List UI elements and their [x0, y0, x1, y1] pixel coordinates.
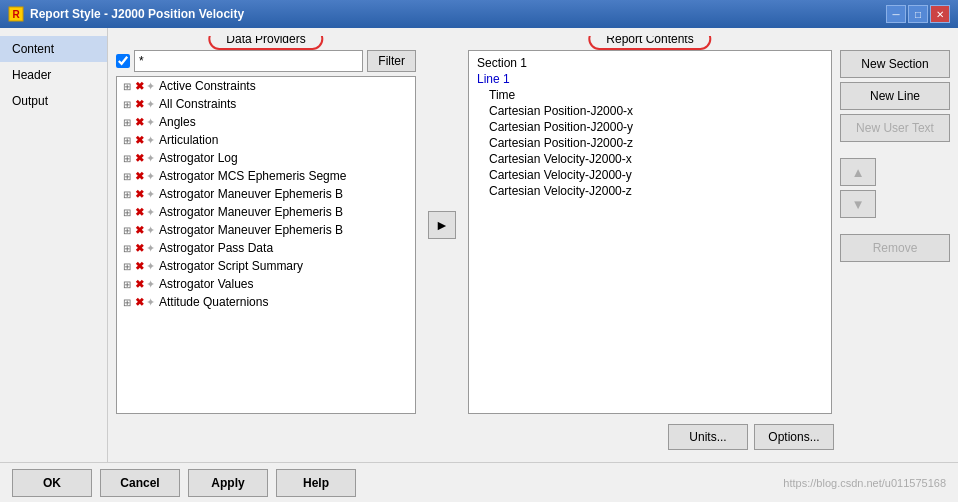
- tree-item-astrogator-maneuver-3[interactable]: ⊞ ✖ ✦ Astrogator Maneuver Ephemeris B: [117, 221, 415, 239]
- cross-icon: ✖: [135, 224, 144, 237]
- new-user-text-button[interactable]: New User Text: [840, 114, 950, 142]
- nav-header[interactable]: Header: [0, 62, 107, 88]
- tree-label: Astrogator Pass Data: [159, 241, 273, 255]
- apply-button[interactable]: Apply: [188, 469, 268, 497]
- star-icon: ✦: [146, 188, 155, 201]
- move-up-button[interactable]: ▲: [840, 158, 876, 186]
- star-icon: ✦: [146, 98, 155, 111]
- report-item-cart-pos-x[interactable]: Cartesian Position-J2000-x: [473, 103, 827, 119]
- expand-icon: ⊞: [121, 170, 133, 182]
- remove-button[interactable]: Remove: [840, 234, 950, 262]
- star-icon: ✦: [146, 80, 155, 93]
- tree-item-all-constraints[interactable]: ⊞ ✖ ✦ All Constraints: [117, 95, 415, 113]
- move-down-button[interactable]: ▼: [840, 190, 876, 218]
- tree-label: Astrogator Script Summary: [159, 259, 303, 273]
- star-icon: ✦: [146, 242, 155, 255]
- star-icon: ✦: [146, 152, 155, 165]
- report-item-cart-vel-y[interactable]: Cartesian Velocity-J2000-y: [473, 167, 827, 183]
- cross-icon: ✖: [135, 206, 144, 219]
- new-section-button[interactable]: New Section: [840, 50, 950, 78]
- star-icon: ✦: [146, 206, 155, 219]
- filter-input[interactable]: [134, 50, 363, 72]
- expand-icon: ⊞: [121, 80, 133, 92]
- tree-label: Astrogator Maneuver Ephemeris B: [159, 187, 343, 201]
- options-button[interactable]: Options...: [754, 424, 834, 450]
- tree-label: Astrogator MCS Ephemeris Segme: [159, 169, 346, 183]
- tree-item-astrogator-maneuver-2[interactable]: ⊞ ✖ ✦ Astrogator Maneuver Ephemeris B: [117, 203, 415, 221]
- report-contents-label: Report Contents: [588, 36, 711, 50]
- main-window: Content Header Output Data Providers Fil…: [0, 28, 958, 502]
- expand-icon: ⊞: [121, 242, 133, 254]
- data-providers-panel: Data Providers Filter ⊞ ✖ ✦ Active Const…: [116, 36, 416, 414]
- cross-icon: ✖: [135, 170, 144, 183]
- cancel-button[interactable]: Cancel: [100, 469, 180, 497]
- bottom-row: Units... Options...: [116, 420, 950, 454]
- star-icon: ✦: [146, 170, 155, 183]
- tree-label: Attitude Quaternions: [159, 295, 268, 309]
- help-button[interactable]: Help: [276, 469, 356, 497]
- filter-checkbox[interactable]: [116, 54, 130, 68]
- expand-icon: ⊞: [121, 206, 133, 218]
- tree-item-active-constraints[interactable]: ⊞ ✖ ✦ Active Constraints: [117, 77, 415, 95]
- tree-item-astrogator-pass[interactable]: ⊞ ✖ ✦ Astrogator Pass Data: [117, 239, 415, 257]
- tree-item-astrogator-log[interactable]: ⊞ ✖ ✦ Astrogator Log: [117, 149, 415, 167]
- up-arrow-icon: ▲: [851, 165, 864, 180]
- content-area: Content Header Output Data Providers Fil…: [0, 28, 958, 462]
- arrow-col: ►: [424, 36, 460, 414]
- expand-icon: ⊞: [121, 188, 133, 200]
- cross-icon: ✖: [135, 116, 144, 129]
- report-item-cart-vel-z[interactable]: Cartesian Velocity-J2000-z: [473, 183, 827, 199]
- star-icon: ✦: [146, 224, 155, 237]
- new-line-button[interactable]: New Line: [840, 82, 950, 110]
- expand-icon: ⊞: [121, 152, 133, 164]
- tree-label: Astrogator Log: [159, 151, 238, 165]
- tree-label: Astrogator Maneuver Ephemeris B: [159, 223, 343, 237]
- expand-icon: ⊞: [121, 224, 133, 236]
- minimize-button[interactable]: ─: [886, 5, 906, 23]
- nav-content[interactable]: Content: [0, 36, 107, 62]
- ok-button[interactable]: OK: [12, 469, 92, 497]
- tree-item-astrogator-values[interactable]: ⊞ ✖ ✦ Astrogator Values: [117, 275, 415, 293]
- filter-row: Filter: [116, 50, 416, 72]
- window-controls: ─ □ ✕: [886, 5, 950, 23]
- tree-item-astrogator-mcs[interactable]: ⊞ ✖ ✦ Astrogator MCS Ephemeris Segme: [117, 167, 415, 185]
- report-item-section1[interactable]: Section 1: [473, 55, 827, 71]
- top-panels: Data Providers Filter ⊞ ✖ ✦ Active Const…: [116, 36, 950, 414]
- tree-item-astrogator-script[interactable]: ⊞ ✖ ✦ Astrogator Script Summary: [117, 257, 415, 275]
- tree-item-astrogator-maneuver-1[interactable]: ⊞ ✖ ✦ Astrogator Maneuver Ephemeris B: [117, 185, 415, 203]
- maximize-button[interactable]: □: [908, 5, 928, 23]
- tree-label: Articulation: [159, 133, 218, 147]
- cross-icon: ✖: [135, 242, 144, 255]
- cross-icon: ✖: [135, 260, 144, 273]
- report-item-time[interactable]: Time: [473, 87, 827, 103]
- data-providers-tree[interactable]: ⊞ ✖ ✦ Active Constraints ⊞ ✖ ✦ All Const…: [116, 76, 416, 414]
- svg-text:R: R: [12, 9, 20, 20]
- report-contents-list[interactable]: Section 1 Line 1 Time Cartesian Position…: [468, 50, 832, 414]
- report-item-cart-pos-z[interactable]: Cartesian Position-J2000-z: [473, 135, 827, 151]
- expand-icon: ⊞: [121, 278, 133, 290]
- expand-icon: ⊞: [121, 296, 133, 308]
- tree-item-articulation[interactable]: ⊞ ✖ ✦ Articulation: [117, 131, 415, 149]
- star-icon: ✦: [146, 260, 155, 273]
- watermark: https://blog.csdn.net/u011575168: [364, 477, 946, 489]
- star-icon: ✦: [146, 296, 155, 309]
- close-button[interactable]: ✕: [930, 5, 950, 23]
- expand-icon: ⊞: [121, 98, 133, 110]
- report-item-line1[interactable]: Line 1: [473, 71, 827, 87]
- footer: OK Cancel Apply Help https://blog.csdn.n…: [0, 462, 958, 502]
- add-to-report-button[interactable]: ►: [428, 211, 456, 239]
- units-button[interactable]: Units...: [668, 424, 748, 450]
- report-item-cart-vel-x[interactable]: Cartesian Velocity-J2000-x: [473, 151, 827, 167]
- tree-item-angles[interactable]: ⊞ ✖ ✦ Angles: [117, 113, 415, 131]
- tree-label: Astrogator Values: [159, 277, 254, 291]
- right-panel: Data Providers Filter ⊞ ✖ ✦ Active Const…: [108, 28, 958, 462]
- expand-icon: ⊞: [121, 260, 133, 272]
- report-item-cart-pos-y[interactable]: Cartesian Position-J2000-y: [473, 119, 827, 135]
- tree-item-attitude-quaternions[interactable]: ⊞ ✖ ✦ Attitude Quaternions: [117, 293, 415, 311]
- nav-output[interactable]: Output: [0, 88, 107, 114]
- filter-button[interactable]: Filter: [367, 50, 416, 72]
- cross-icon: ✖: [135, 152, 144, 165]
- expand-icon: ⊞: [121, 116, 133, 128]
- data-providers-label: Data Providers: [208, 36, 323, 50]
- left-nav: Content Header Output: [0, 28, 108, 462]
